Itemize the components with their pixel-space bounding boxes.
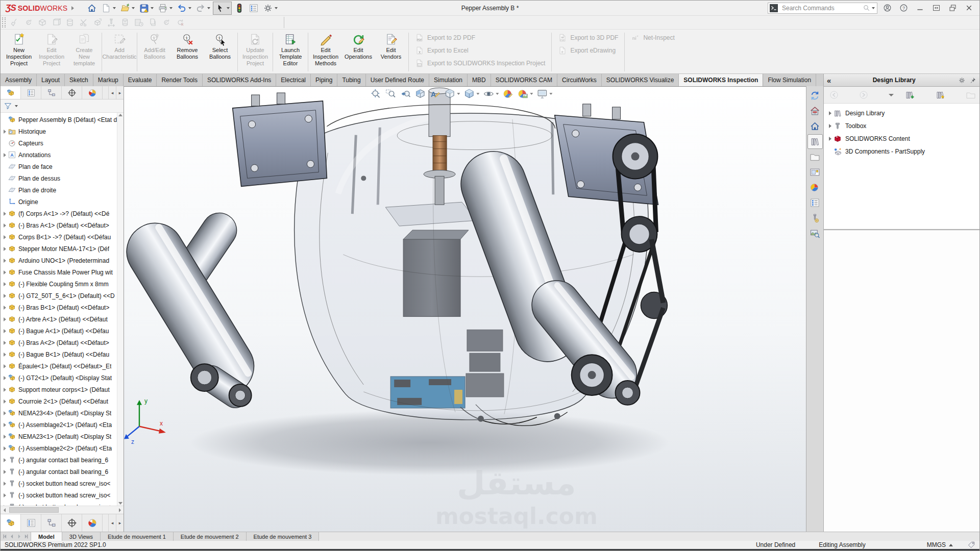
tab-solidworks-add-ins[interactable]: SOLIDWORKS Add-Ins — [203, 74, 276, 86]
hide-show-annotations-button[interactable]: A — [429, 88, 440, 99]
zoom-to-fit-button[interactable] — [370, 88, 381, 99]
add-file-location-button[interactable] — [935, 90, 945, 100]
history-dropdown[interactable] — [886, 90, 896, 100]
panel-options-icon[interactable] — [958, 77, 966, 84]
home-button[interactable] — [85, 2, 99, 15]
view-palette-tab[interactable] — [807, 165, 823, 180]
panel-scroll-left-icon[interactable]: ◂ — [108, 514, 116, 532]
expand-icon[interactable] — [2, 399, 8, 404]
menu-expand-icon[interactable] — [71, 6, 74, 10]
tree-item[interactable]: Capteurs — [2, 137, 117, 149]
doc-tab-3d-views[interactable]: 3D Views — [62, 532, 101, 541]
tree-item[interactable]: Épaule<1> (Défaut) <<Défaut>_Et — [2, 360, 117, 372]
expand-icon[interactable] — [2, 411, 8, 415]
expand-icon[interactable] — [2, 247, 8, 251]
tab-user-defined-route[interactable]: User Defined Route — [366, 74, 429, 86]
expand-icon[interactable] — [2, 153, 8, 157]
tree-item[interactable]: (-) Bras A<2> (Défaut) <<Défaut> — [2, 337, 117, 348]
solidworks-resources-tab[interactable] — [807, 104, 823, 118]
expand-icon[interactable] — [2, 341, 8, 345]
tree-item[interactable]: NEMA23<1> (Default) <Display St — [2, 431, 117, 442]
tree-item[interactable]: Plan de face — [2, 161, 117, 172]
help-button[interactable]: ? — [897, 2, 910, 14]
configurationmanager-tab[interactable] — [41, 514, 62, 532]
tab-piping[interactable]: Piping — [311, 74, 337, 86]
expand-icon[interactable] — [2, 458, 8, 462]
edit-appearance-button[interactable] — [502, 88, 513, 99]
appearances-tab[interactable] — [807, 180, 823, 195]
propertymanager-tab[interactable] — [21, 514, 41, 532]
previous-view-button[interactable] — [400, 88, 411, 99]
options-button[interactable] — [261, 2, 279, 15]
tab-assembly[interactable]: Assembly — [1, 74, 37, 86]
configurationmanager-tab[interactable] — [41, 86, 62, 99]
expand-icon[interactable] — [2, 505, 8, 506]
propertymanager-tab[interactable] — [21, 86, 41, 99]
remove-balloons-button[interactable]: 1Remove Balloons — [171, 31, 204, 73]
tree-item[interactable]: Origine — [2, 196, 117, 208]
displaymanager-tab[interactable] — [82, 86, 103, 99]
tree-item[interactable]: (f) Corps A<1> ->? (Défaut) <<Dé — [2, 208, 117, 219]
expand-icon[interactable] — [2, 329, 8, 333]
tree-item[interactable]: Pepper Assembly B (Défaut) <Etat d'af — [2, 114, 117, 126]
tags-icon[interactable] — [967, 541, 975, 549]
home-tab[interactable] — [807, 119, 823, 134]
expand-icon[interactable] — [2, 306, 8, 310]
apply-scene-button[interactable] — [517, 88, 533, 99]
tab-simulation[interactable]: Simulation — [429, 74, 468, 86]
custom-properties-tab[interactable] — [807, 195, 823, 210]
panel-scroll-right-icon[interactable]: ▸ — [116, 86, 124, 99]
first-tab-icon[interactable] — [2, 533, 8, 540]
tab-layout[interactable]: Layout — [37, 74, 65, 86]
tree-item[interactable]: Courroie 2<1> (Défaut) <<Défaut — [2, 395, 117, 407]
tree-item[interactable]: Stepper Motor NEMA-17<1> (Déf — [2, 243, 117, 255]
zoom-to-area-button[interactable] — [385, 88, 396, 99]
search-commands-box[interactable]: Search Commands — [768, 3, 877, 14]
library-item[interactable]: Toolbox — [827, 119, 977, 132]
tab-circuitworks[interactable]: CircuitWorks — [557, 74, 602, 86]
next-tab-icon[interactable] — [16, 533, 22, 540]
tree-item[interactable]: (-) GT2<1> (Default) <Display Stat — [2, 372, 117, 384]
cascade-button[interactable] — [946, 2, 959, 14]
left-arm[interactable] — [124, 206, 264, 413]
library-item[interactable]: SSOLIDWORKS Content — [827, 132, 977, 145]
left-shoulder[interactable] — [233, 93, 327, 186]
expand-icon[interactable] — [2, 388, 8, 392]
last-tab-icon[interactable] — [23, 533, 30, 540]
expand-icon[interactable] — [2, 446, 8, 450]
expand-icon[interactable] — [2, 130, 8, 134]
tab-mbd[interactable]: MBD — [468, 74, 491, 86]
new-document-button[interactable] — [100, 2, 117, 15]
expand-icon[interactable] — [2, 364, 8, 368]
tab-electrical[interactable]: Electrical — [276, 74, 311, 86]
new-inspection-project-button[interactable]: New Inspection Project — [3, 31, 35, 73]
tree-item[interactable]: Historique — [2, 126, 117, 137]
tab-evaluate[interactable]: Evaluate — [124, 74, 157, 86]
edit-inspection-methods-button[interactable]: Edit Inspection Methods — [309, 31, 342, 73]
display-style-button[interactable] — [463, 88, 479, 99]
hide-show-items-button[interactable] — [483, 88, 499, 99]
tree-item[interactable]: AAnnotations — [2, 149, 117, 161]
expand-icon[interactable] — [2, 294, 8, 298]
file-properties-button[interactable] — [247, 2, 260, 15]
expand-icon[interactable] — [2, 353, 8, 357]
tree-item[interactable]: (-) angular contact ball bearing_6 — [2, 454, 117, 466]
rebuild-button[interactable] — [233, 2, 246, 15]
expand-icon[interactable] — [2, 493, 8, 497]
scroll-down-icon[interactable] — [118, 502, 122, 505]
collapse-panel-icon[interactable]: « — [827, 76, 831, 85]
robot-model[interactable]: y x z مستقل mostaql.com — [124, 87, 806, 532]
tab-markup[interactable]: Markup — [93, 74, 124, 86]
scroll-up-icon[interactable] — [118, 114, 122, 116]
scrollbar-track[interactable] — [8, 506, 116, 514]
tree-vertical-scrollbar[interactable] — [117, 113, 124, 506]
tree-item[interactable]: (-) Flexible Coupling 5mm x 8mm — [2, 278, 117, 290]
close-button[interactable] — [962, 2, 975, 14]
select-balloons-button[interactable]: 1Select Balloons — [204, 31, 236, 73]
login-button[interactable] — [880, 2, 894, 14]
tree-item[interactable]: NEMA23<4> (Default) <Display St — [2, 407, 117, 419]
toolbar-drag-handle[interactable] — [2, 17, 6, 28]
restore-button[interactable] — [929, 2, 943, 14]
tab-tubing[interactable]: Tubing — [337, 74, 365, 86]
tree-item[interactable]: (-) Bras B<1> (Défaut) <<Défaut> — [2, 302, 117, 313]
